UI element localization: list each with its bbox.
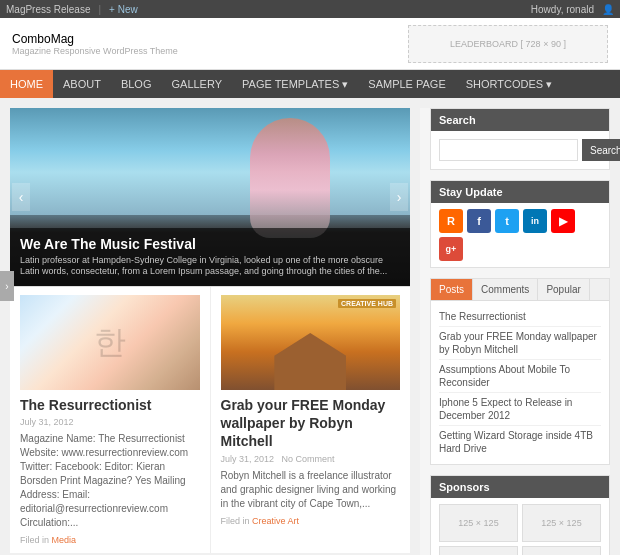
- post-excerpt: Magazine Name: The Resurrectionist Websi…: [20, 432, 200, 530]
- search-button[interactable]: Search: [582, 139, 620, 161]
- page-wrapper: MagPress Release | + New Howdy, ronald 👤…: [0, 0, 620, 555]
- search-row: Search: [439, 139, 601, 161]
- nav-item-home[interactable]: HOME: [0, 70, 53, 98]
- main-content: ‹ › We Are The Music Festival Latin prof…: [10, 108, 410, 555]
- post-excerpt: Robyn Mitchell is a freelance illustrato…: [221, 469, 401, 511]
- admin-plus-new[interactable]: + New: [109, 4, 138, 15]
- admin-logo: MagPress Release: [6, 4, 90, 15]
- tab-popular[interactable]: Popular: [538, 279, 589, 300]
- admin-user-icon: 👤: [602, 4, 614, 15]
- sponsor-box[interactable]: 125 × 125: [522, 546, 601, 555]
- search-widget-body: Search: [431, 131, 609, 169]
- site-title: ComboMag: [12, 32, 178, 46]
- search-widget: Search Search: [430, 108, 610, 170]
- leaderboard-banner: LEADERBOARD [ 728 × 90 ]: [408, 25, 608, 63]
- stay-update-widget: Stay Update R f t in ▶ g+: [430, 180, 610, 268]
- post-thumbnail: [20, 295, 200, 390]
- stay-update-title: Stay Update: [431, 181, 609, 203]
- admin-greeting: Howdy, ronald: [531, 4, 594, 15]
- post-category[interactable]: Creative Art: [252, 516, 299, 526]
- post-card: CREATIVE HUB Grab your FREE Monday wallp…: [211, 287, 411, 553]
- nav-item-page-templates--[interactable]: PAGE TEMPLATES ▾: [232, 70, 358, 98]
- post-footer: Filed in Media: [20, 535, 200, 545]
- social-icons-list: R f t in ▶ g+: [431, 203, 609, 267]
- sidebar: Search Search Stay Update R f t in ▶: [420, 108, 610, 555]
- posts-tabs-widget: Posts Comments Popular The Resurrectioni…: [430, 278, 610, 465]
- slider-next-arrow[interactable]: ›: [390, 183, 408, 211]
- slider-figure: [250, 118, 330, 238]
- sponsors-widget: Sponsors 125 × 125 125 × 125 125 × 125 1…: [430, 475, 610, 555]
- body-wrap: ‹ › We Are The Music Festival Latin prof…: [0, 98, 620, 555]
- tab-content: The Resurrectionist Grab your FREE Monda…: [431, 301, 609, 464]
- rss-icon[interactable]: R: [439, 209, 463, 233]
- sponsor-box[interactable]: 125 × 125: [522, 504, 601, 542]
- nav-item-blog[interactable]: BLOG: [111, 70, 162, 98]
- main-nav: HOMEABOUTBLOGGALLERYPAGE TEMPLATES ▾SAMP…: [0, 70, 620, 98]
- search-widget-title: Search: [431, 109, 609, 131]
- slider-caption-text: Latin professor at Hampden-Sydney Colleg…: [20, 255, 400, 278]
- tab-header: Posts Comments Popular: [431, 279, 609, 301]
- nav-item-gallery[interactable]: GALLERY: [161, 70, 232, 98]
- post-card: The Resurrectionist July 31, 2012 Magazi…: [10, 287, 211, 553]
- post-meta: July 31, 2012 No Comment: [221, 454, 401, 464]
- nav-item-about[interactable]: ABOUT: [53, 70, 111, 98]
- tab-post-item[interactable]: Iphone 5 Expect to Release in December 2…: [439, 393, 601, 426]
- admin-separator: |: [98, 4, 101, 15]
- tab-posts[interactable]: Posts: [431, 279, 473, 300]
- site-subtitle: Magazine Responsive WordPress Theme: [12, 46, 178, 56]
- nav-item-sample-page[interactable]: SAMPLE PAGE: [358, 70, 455, 98]
- sponsors-grid: 125 × 125 125 × 125 125 × 125 125 × 125 …: [431, 498, 609, 555]
- post-title[interactable]: The Resurrectionist: [20, 396, 200, 414]
- search-input[interactable]: [439, 139, 578, 161]
- post-title[interactable]: Grab your FREE Monday wallpaper by Robyn…: [221, 396, 401, 451]
- posts-grid: The Resurrectionist July 31, 2012 Magazi…: [10, 286, 410, 553]
- post-meta: July 31, 2012: [20, 417, 200, 427]
- google-plus-icon[interactable]: g+: [439, 237, 463, 261]
- post-thumbnail: CREATIVE HUB: [221, 295, 401, 390]
- tab-comments[interactable]: Comments: [473, 279, 538, 300]
- tab-post-item[interactable]: Grab your FREE Monday wallpaper by Robyn…: [439, 327, 601, 360]
- youtube-icon[interactable]: ▶: [551, 209, 575, 233]
- featured-slider: ‹ › We Are The Music Festival Latin prof…: [10, 108, 410, 286]
- twitter-icon[interactable]: t: [495, 209, 519, 233]
- tab-post-item[interactable]: Assumptions About Mobile To Reconsider: [439, 360, 601, 393]
- site-header: ComboMag Magazine Responsive WordPress T…: [0, 18, 620, 70]
- sponsor-box[interactable]: 125 × 125: [439, 546, 518, 555]
- slider-prev-arrow[interactable]: ‹: [12, 183, 30, 211]
- tab-post-item[interactable]: Getting Wizard Storage inside 4TB Hard D…: [439, 426, 601, 458]
- post-footer: Filed in Creative Art: [221, 516, 401, 526]
- linkedin-icon[interactable]: in: [523, 209, 547, 233]
- sponsor-box[interactable]: 125 × 125: [439, 504, 518, 542]
- site-branding: ComboMag Magazine Responsive WordPress T…: [12, 32, 178, 56]
- nav-item-shortcodes--[interactable]: SHORTCODES ▾: [456, 70, 562, 98]
- slider-caption: We Are The Music Festival Latin professo…: [10, 228, 410, 286]
- slider-title: We Are The Music Festival: [20, 236, 400, 252]
- admin-bar: MagPress Release | + New Howdy, ronald 👤: [0, 0, 620, 18]
- post-comment-count: No Comment: [282, 454, 335, 464]
- post-category[interactable]: Media: [52, 535, 77, 545]
- tab-post-item[interactable]: The Resurrectionist: [439, 307, 601, 327]
- slider-tab[interactable]: ›: [0, 271, 14, 301]
- sponsors-widget-title: Sponsors: [431, 476, 609, 498]
- facebook-icon[interactable]: f: [467, 209, 491, 233]
